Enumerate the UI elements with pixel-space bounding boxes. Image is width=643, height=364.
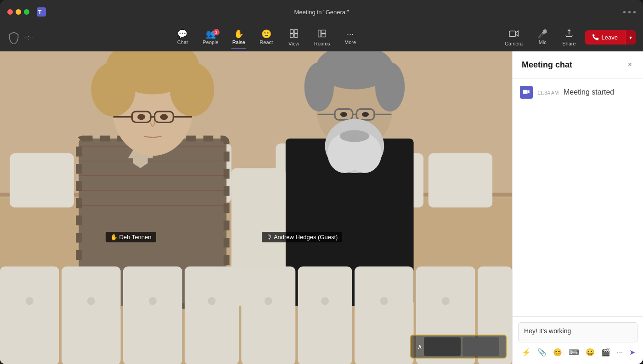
svg-rect-14 <box>10 153 73 207</box>
video-clip-button[interactable]: 🎬 <box>598 346 613 358</box>
people-label: People <box>203 39 218 45</box>
svg-point-40 <box>160 114 168 120</box>
titlebar-right <box>623 11 636 13</box>
chat-event: Meeting started <box>564 88 614 96</box>
svg-text:T: T <box>38 9 42 16</box>
svg-point-53 <box>362 112 369 117</box>
svg-point-69 <box>87 297 95 305</box>
chat-close-button[interactable]: × <box>626 59 634 71</box>
send-message-button[interactable]: ➤ <box>626 346 638 358</box>
chat-button[interactable]: 💬 Chat <box>169 28 195 47</box>
svg-point-68 <box>26 297 34 305</box>
chat-panel: Meeting chat × 11:34 AM Meeting started … <box>512 51 643 364</box>
person-right-name: 🎙 Andrew Hedges (Guest) <box>262 232 342 242</box>
leave-button-group: Leave ▾ <box>585 30 636 45</box>
react-label: React <box>259 39 273 45</box>
video-background: ✋ Deb Tennen 🎙 Andrew Hedges (Guest) ∧ <box>0 51 512 364</box>
thumbnail-preview-2 <box>463 337 499 356</box>
svg-rect-65 <box>355 267 414 364</box>
meeting-title: Meeting in "General" <box>294 9 349 16</box>
svg-rect-2 <box>290 29 293 33</box>
react-button[interactable]: 🙂 React <box>254 28 279 47</box>
shield-icon <box>7 31 20 44</box>
menu-dot-1 <box>623 11 626 13</box>
meeting-started-icon <box>520 86 533 99</box>
leave-button[interactable]: Leave <box>585 30 625 45</box>
thumbnail-bar[interactable]: ∧ <box>410 335 507 358</box>
minimize-window-button[interactable] <box>16 9 21 15</box>
more-icon: ··· <box>347 30 354 38</box>
camera-icon <box>509 29 519 39</box>
rooms-button[interactable]: Rooms <box>309 27 336 48</box>
svg-rect-61 <box>123 267 182 364</box>
sticker-button[interactable]: 😀 <box>583 346 598 358</box>
video-canvas <box>0 51 512 364</box>
system-message-text: 11:34 AM Meeting started <box>537 88 614 96</box>
svg-point-74 <box>380 297 388 305</box>
svg-rect-26 <box>79 205 227 206</box>
phone-icon <box>592 34 599 41</box>
toolbar-left: --:-- <box>7 31 34 44</box>
svg-point-45 <box>305 62 334 112</box>
attach-button[interactable]: 📎 <box>535 346 549 358</box>
view-label: View <box>288 41 299 46</box>
svg-rect-24 <box>79 175 227 176</box>
svg-rect-4 <box>290 34 293 37</box>
leave-label: Leave <box>602 34 618 41</box>
svg-rect-19 <box>429 153 492 207</box>
people-button[interactable]: 👥 People 1 <box>197 28 224 47</box>
leave-chevron-button[interactable]: ▾ <box>625 30 636 45</box>
svg-point-75 <box>442 297 450 305</box>
chat-time: 11:34 AM <box>537 90 558 95</box>
svg-rect-5 <box>294 34 298 37</box>
svg-rect-3 <box>294 29 298 33</box>
emoji-button[interactable]: 😊 <box>550 346 565 358</box>
share-label: Share <box>562 41 575 46</box>
menu-dot-2 <box>628 11 631 13</box>
camera-button[interactable]: Camera <box>499 27 528 48</box>
svg-point-72 <box>265 297 272 305</box>
svg-rect-62 <box>185 267 239 364</box>
giphy-button[interactable]: ⌨ <box>566 346 582 358</box>
chat-input[interactable]: Hey! It's working <box>518 322 637 342</box>
chat-header: Meeting chat × <box>513 51 643 78</box>
close-window-button[interactable] <box>7 9 13 15</box>
toolbar-right: Camera 🎤 Mic Share Leave <box>499 27 636 48</box>
more-label: More <box>344 39 356 45</box>
share-button[interactable]: Share <box>557 27 581 48</box>
chat-panel-title: Meeting chat <box>522 60 572 70</box>
svg-point-71 <box>208 297 215 305</box>
format-button[interactable]: ⚡ <box>519 346 534 358</box>
titlebar: T Meeting in "General" <box>0 0 643 24</box>
raise-label: Raise <box>232 39 245 45</box>
rooms-icon <box>317 29 327 39</box>
svg-rect-23 <box>79 161 227 161</box>
person-left-name: ✋ Deb Tennen <box>106 232 156 242</box>
raise-button[interactable]: ✋ Raise <box>226 28 252 47</box>
more-chat-options-button[interactable]: ··· <box>614 347 626 358</box>
svg-point-52 <box>340 112 347 117</box>
svg-rect-7 <box>321 30 326 33</box>
mic-label: Mic <box>539 39 547 45</box>
svg-rect-76 <box>523 90 528 94</box>
traffic-lights <box>7 9 29 15</box>
thumbnail-preview <box>424 337 461 356</box>
main-content: ✋ Deb Tennen 🎙 Andrew Hedges (Guest) ∧ M… <box>0 51 643 364</box>
svg-rect-25 <box>79 190 227 190</box>
view-button[interactable]: View <box>281 27 307 48</box>
chat-input-area: Hey! It's working ⚡ 📎 😊 ⌨ 😀 🎬 ··· ➤ <box>513 316 643 364</box>
chat-system-message: 11:34 AM Meeting started <box>520 86 636 99</box>
svg-point-46 <box>375 62 405 112</box>
rooms-label: Rooms <box>314 41 330 46</box>
chat-messages: 11:34 AM Meeting started <box>513 78 643 316</box>
titlebar-left: T <box>7 7 46 17</box>
thumb-chevron-icon[interactable]: ∧ <box>417 343 422 350</box>
maximize-window-button[interactable] <box>24 9 29 15</box>
chat-label: Chat <box>177 39 188 45</box>
svg-rect-59 <box>0 267 59 364</box>
teams-logo-icon: T <box>37 7 46 17</box>
view-icon <box>289 29 299 39</box>
more-button[interactable]: ··· More <box>338 28 363 47</box>
share-icon <box>564 29 574 39</box>
mic-button[interactable]: 🎤 Mic <box>532 28 553 47</box>
